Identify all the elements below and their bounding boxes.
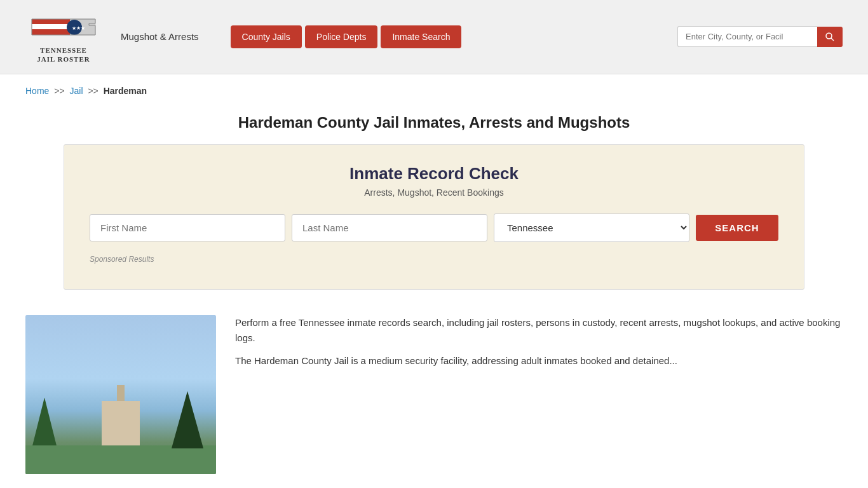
- header-search-input[interactable]: [677, 26, 817, 47]
- inmate-search-button[interactable]: Inmate Search: [381, 25, 461, 48]
- svg-rect-1: [32, 19, 70, 24]
- breadcrumb-current: Hardeman: [104, 86, 147, 96]
- breadcrumb-home[interactable]: Home: [25, 86, 49, 96]
- site-header: ★★★ TENNESSEE JAIL ROSTER Mugshot & Arre…: [0, 0, 868, 74]
- record-check-box: Inmate Record Check Arrests, Mugshot, Re…: [64, 144, 804, 290]
- county-jails-button[interactable]: County Jails: [231, 25, 302, 48]
- record-search-button[interactable]: SEARCH: [696, 215, 778, 241]
- record-check-heading: Inmate Record Check: [90, 164, 778, 184]
- logo-text: TENNESSEE JAIL ROSTER: [37, 46, 90, 64]
- breadcrumb-sep1: >>: [54, 86, 64, 96]
- building-tower: [117, 385, 125, 401]
- header-search: [677, 26, 843, 47]
- record-search-form: Tennessee Alabama Alaska Arizona Arkansa…: [90, 214, 778, 242]
- breadcrumb: Home >> Jail >> Hardeman: [0, 74, 868, 107]
- police-depts-button[interactable]: Police Depts: [305, 25, 378, 48]
- sponsored-label: Sponsored Results: [90, 255, 778, 264]
- nav-buttons: County Jails Police Depts Inmate Search: [231, 25, 462, 48]
- content-text: Perform a free Tennessee inmate records …: [235, 315, 843, 376]
- mugshot-arrests-link[interactable]: Mugshot & Arrests: [121, 31, 199, 42]
- svg-point-6: [826, 33, 832, 39]
- record-check-subtitle: Arrests, Mugshot, Recent Bookings: [90, 187, 778, 198]
- page-title: Hardeman County Jail Inmates, Arrests an…: [25, 114, 843, 132]
- svg-line-7: [831, 38, 834, 41]
- svg-rect-3: [32, 29, 70, 35]
- logo-icon: ★★★: [29, 10, 98, 44]
- state-select[interactable]: Tennessee Alabama Alaska Arizona Arkansa…: [494, 214, 689, 242]
- svg-text:★★★: ★★★: [72, 25, 85, 31]
- breadcrumb-jail[interactable]: Jail: [70, 86, 83, 96]
- first-name-input[interactable]: [90, 214, 285, 241]
- breadcrumb-sep2: >>: [88, 86, 98, 96]
- content-para2: The Hardeman County Jail is a medium sec…: [235, 353, 843, 369]
- content-image: [25, 315, 216, 474]
- ground-strip: [25, 445, 216, 474]
- building-shape: [102, 401, 140, 445]
- logo-area[interactable]: ★★★ TENNESSEE JAIL ROSTER: [25, 10, 102, 64]
- header-search-button[interactable]: [817, 27, 843, 47]
- last-name-input[interactable]: [292, 214, 487, 241]
- content-section: Perform a free Tennessee inmate records …: [0, 309, 868, 488]
- svg-rect-2: [32, 24, 70, 29]
- content-para1: Perform a free Tennessee inmate records …: [235, 315, 843, 346]
